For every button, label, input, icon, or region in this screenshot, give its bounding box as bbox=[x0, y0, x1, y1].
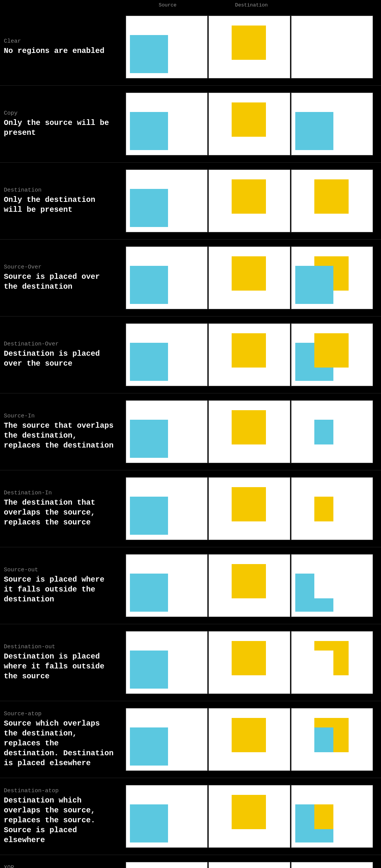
blue-square bbox=[130, 189, 168, 227]
diagram-box bbox=[291, 169, 373, 232]
yellow-square bbox=[333, 651, 349, 675]
row-destination-over: Destination-Over Destination is placed o… bbox=[0, 317, 381, 393]
diagram-box bbox=[126, 400, 208, 463]
yellow-square bbox=[314, 497, 333, 521]
yellow-square bbox=[232, 333, 266, 368]
diagrams-destination-atop bbox=[126, 785, 374, 848]
diagrams-source-atop bbox=[126, 708, 374, 771]
row-destination: Destination Only the destination will be… bbox=[0, 163, 381, 240]
label-title-source-atop: Source-atop bbox=[4, 711, 118, 717]
label-col-clear: Clear No regions are enabled bbox=[0, 38, 126, 56]
blue-square bbox=[314, 420, 333, 444]
label-title-copy: Copy bbox=[4, 110, 118, 117]
blue-square bbox=[295, 112, 333, 150]
row-source-over: Source-Over Source is placed over the de… bbox=[0, 240, 381, 317]
diagram-box bbox=[291, 400, 373, 463]
diagram-box bbox=[126, 862, 208, 868]
label-title-destination-over: Destination-Over bbox=[4, 341, 118, 347]
label-col-source-in: Source-In The source that overlaps the d… bbox=[0, 413, 126, 451]
diagram-box bbox=[208, 631, 290, 694]
yellow-square bbox=[314, 641, 349, 651]
row-source-in: Source-In The source that overlaps the d… bbox=[0, 393, 381, 470]
blue-square bbox=[130, 804, 168, 842]
diagram-box bbox=[126, 631, 208, 694]
row-clear: Clear No regions are enabled bbox=[0, 9, 381, 86]
yellow-square bbox=[232, 641, 266, 675]
diagram-box bbox=[126, 93, 208, 155]
diagrams-destination-in bbox=[126, 477, 374, 540]
label-desc-source-in: The source that overlaps the destination… bbox=[4, 421, 118, 451]
row-source-out: Source-out Source is placed where it fal… bbox=[0, 547, 381, 624]
label-title-destination-out: Destination-out bbox=[4, 644, 118, 650]
blue-square bbox=[130, 574, 168, 612]
diagrams-destination-over bbox=[126, 323, 374, 386]
label-col-destination-atop: Destination-atop Destination which overl… bbox=[0, 788, 126, 845]
blue-square bbox=[314, 829, 333, 842]
yellow-square bbox=[314, 804, 333, 829]
diagram-box bbox=[208, 477, 290, 540]
diagrams-clear bbox=[126, 16, 374, 78]
label-title-source-over: Source-Over bbox=[4, 264, 118, 270]
diagram-box bbox=[208, 16, 290, 78]
diagrams-source-out bbox=[126, 554, 374, 617]
label-col-source-over: Source-Over Source is placed over the de… bbox=[0, 264, 126, 292]
yellow-square bbox=[232, 487, 266, 521]
label-col-destination: Destination Only the destination will be… bbox=[0, 187, 126, 215]
diagram-box bbox=[291, 16, 373, 78]
blue-square bbox=[295, 266, 333, 304]
label-title-source-out: Source-out bbox=[4, 567, 118, 573]
yellow-square bbox=[232, 410, 266, 444]
diagram-box bbox=[208, 246, 290, 309]
diagram-box bbox=[291, 554, 373, 617]
diagram-box bbox=[291, 631, 373, 694]
label-desc-destination: Only the destination will be present bbox=[4, 195, 118, 215]
blue-square bbox=[295, 804, 314, 842]
label-col-destination-over: Destination-Over Destination is placed o… bbox=[0, 341, 126, 369]
blue-square bbox=[314, 727, 333, 752]
yellow-square bbox=[232, 179, 266, 214]
diagram-box bbox=[126, 169, 208, 232]
label-col-source-out: Source-out Source is placed where it fal… bbox=[0, 567, 126, 604]
row-destination-in: Destination-In The destination that over… bbox=[0, 470, 381, 547]
label-col-destination-in: Destination-In The destination that over… bbox=[0, 490, 126, 528]
yellow-square bbox=[232, 718, 266, 752]
label-desc-destination-atop: Destination which overlaps the source, r… bbox=[4, 796, 118, 845]
diagram-box bbox=[126, 323, 208, 386]
yellow-square bbox=[314, 333, 349, 368]
yellow-square bbox=[314, 179, 349, 214]
row-destination-atop: Destination-atop Destination which overl… bbox=[0, 778, 381, 855]
diagram-box bbox=[126, 246, 208, 309]
label-title-destination: Destination bbox=[4, 187, 118, 193]
label-desc-destination-over: Destination is placed over the source bbox=[4, 349, 118, 369]
diagram-box bbox=[126, 477, 208, 540]
diagrams-source-in bbox=[126, 400, 374, 463]
diagram-box bbox=[291, 477, 373, 540]
blue-square bbox=[130, 343, 168, 381]
diagram-box bbox=[291, 93, 373, 155]
diagram-box bbox=[208, 93, 290, 155]
header-destination: Destination bbox=[210, 2, 293, 8]
yellow-square bbox=[314, 718, 349, 727]
label-col-copy: Copy Only the source will be present bbox=[0, 110, 126, 138]
diagram-box bbox=[291, 862, 373, 868]
header-row: Source Destination bbox=[0, 0, 381, 9]
blue-square bbox=[130, 420, 168, 458]
diagram-box bbox=[291, 323, 373, 386]
diagram-box bbox=[291, 708, 373, 771]
label-title-destination-in: Destination-In bbox=[4, 490, 118, 496]
label-col-xor: XOR Destination which overlaps the sourc… bbox=[0, 865, 126, 868]
yellow-square bbox=[232, 26, 266, 60]
diagram-box bbox=[126, 16, 208, 78]
diagram-box bbox=[126, 554, 208, 617]
yellow-square bbox=[232, 564, 266, 598]
label-title-source-in: Source-In bbox=[4, 413, 118, 419]
blue-square bbox=[314, 598, 333, 612]
label-title-xor: XOR bbox=[4, 865, 118, 868]
header-source: Source bbox=[126, 2, 210, 8]
label-title-destination-atop: Destination-atop bbox=[4, 788, 118, 794]
diagram-box bbox=[208, 554, 290, 617]
label-desc-source-atop: Source which overlaps the destination, r… bbox=[4, 719, 118, 768]
blue-square bbox=[130, 497, 168, 535]
label-desc-copy: Only the source will be present bbox=[4, 118, 118, 138]
diagram-box bbox=[208, 708, 290, 771]
